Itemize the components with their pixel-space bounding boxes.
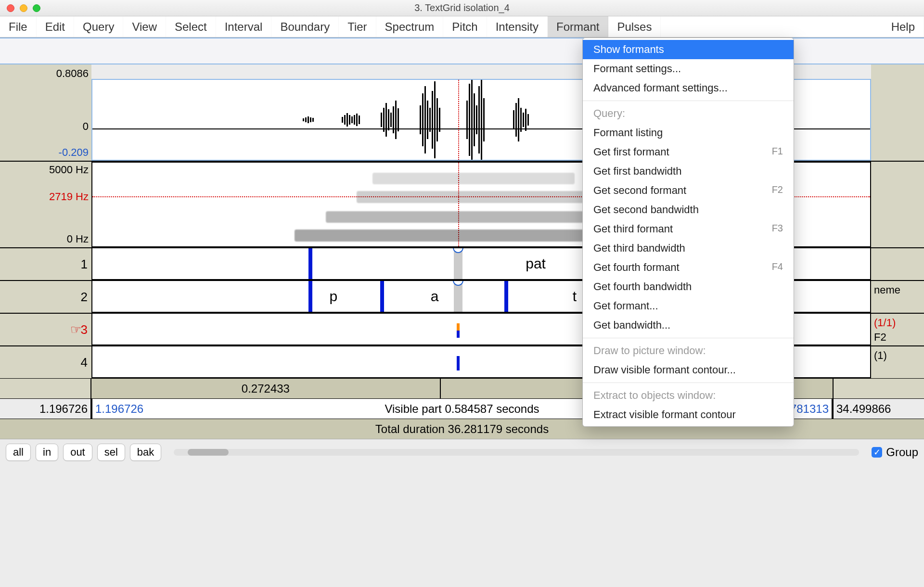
menuitem-show-formants[interactable]: Show formants — [583, 40, 794, 59]
window-title: 3. TextGrid isolation_4 — [0, 2, 924, 13]
vis-left-gray: 1.196726 — [0, 399, 91, 419]
horizontal-scrollbar[interactable] — [174, 449, 859, 456]
menuitem-get-third-formant[interactable]: Get third formantF3 — [583, 219, 794, 239]
menuitem-get-second-bandwidth[interactable]: Get second bandwidth — [583, 200, 794, 219]
amp-max-label: 0.8086 — [0, 67, 89, 80]
scrollbar-thumb[interactable] — [188, 449, 229, 456]
menuitem-draw-visible-formant-contour[interactable]: Draw visible formant contour... — [583, 360, 794, 380]
footer: allinoutselbak ✓ Group — [0, 439, 924, 465]
titlebar: 3. TextGrid isolation_4 — [0, 0, 924, 16]
amp-min-label: -0.209 — [0, 146, 89, 159]
menuitem-get-first-bandwidth[interactable]: Get first bandwidth — [583, 162, 794, 181]
amp-zero-label: 0 — [0, 120, 89, 133]
menu-view[interactable]: View — [123, 16, 166, 37]
menuitem-advanced-formant-settings[interactable]: Advanced formant settings... — [583, 78, 794, 98]
menu-query[interactable]: Query — [74, 16, 123, 37]
menuitem-get-second-formant[interactable]: Get second formantF2 — [583, 181, 794, 200]
menuitem-query: Query: — [583, 104, 794, 123]
group-checkbox[interactable]: ✓ Group — [872, 446, 918, 459]
menuitem-extract-visible-formant-contour[interactable]: Extract visible formant contour — [583, 405, 794, 424]
menu-formant[interactable]: Formant — [548, 16, 608, 37]
menu-help[interactable]: Help — [883, 16, 924, 37]
menu-intensity[interactable]: Intensity — [487, 16, 548, 37]
hz-max-label: 5000 Hz — [0, 164, 89, 176]
menu-select[interactable]: Select — [166, 16, 216, 37]
maximize-icon[interactable] — [33, 4, 40, 12]
menu-file[interactable]: File — [0, 16, 37, 37]
menuitem-extract-to-objects-window: Extract to objects window: — [583, 386, 794, 405]
tier-label: a — [431, 288, 439, 305]
pointing-hand-icon: ☞ — [70, 322, 81, 337]
check-icon: ✓ — [872, 447, 882, 458]
bak-button[interactable]: bak — [130, 444, 161, 461]
minimize-icon[interactable] — [20, 4, 27, 12]
menu-tier[interactable]: Tier — [339, 16, 376, 37]
menuitem-get-fourth-bandwidth[interactable]: Get fourth bandwidth — [583, 277, 794, 296]
menuitem-get-fourth-formant[interactable]: Get fourth formantF4 — [583, 258, 794, 277]
formant-menu-dropdown: Show formantsFormant settings...Advanced… — [582, 38, 794, 427]
menuitem-formant-listing[interactable]: Formant listing — [583, 123, 794, 142]
menu-pitch[interactable]: Pitch — [443, 16, 487, 37]
menuitem-get-first-formant[interactable]: Get first formantF1 — [583, 142, 794, 162]
close-icon[interactable] — [7, 4, 14, 12]
menuitem-formant-settings[interactable]: Formant settings... — [583, 59, 794, 78]
menuitem-get-third-bandwidth[interactable]: Get third bandwidth — [583, 239, 794, 258]
sel-button[interactable]: sel — [97, 444, 125, 461]
tier-label: p — [330, 288, 338, 305]
all-button[interactable]: all — [6, 444, 31, 461]
menu-pulses[interactable]: Pulses — [608, 16, 661, 37]
tier-label: pat — [526, 255, 546, 272]
menubar: FileEditQueryViewSelectIntervalBoundaryT… — [0, 16, 924, 38]
tier-label: t — [573, 288, 577, 305]
menuitem-draw-to-picture-window: Draw to picture window: — [583, 341, 794, 360]
hz-min-label: 0 Hz — [0, 233, 89, 245]
sel-left-dur: 0.272433 — [91, 379, 440, 398]
in-button[interactable]: in — [36, 444, 58, 461]
menu-edit[interactable]: Edit — [37, 16, 74, 37]
menu-boundary[interactable]: Boundary — [271, 16, 339, 37]
menu-spectrum[interactable]: Spectrum — [376, 16, 444, 37]
menuitem-get-bandwidth[interactable]: Get bandwidth... — [583, 316, 794, 335]
vis-right-gray: 34.499866 — [833, 399, 924, 419]
hz-cursor-label: 2719 Hz — [0, 191, 89, 203]
menuitem-get-formant[interactable]: Get formant... — [583, 296, 794, 316]
out-button[interactable]: out — [63, 444, 92, 461]
window-controls — [0, 4, 40, 12]
menu-interval[interactable]: Interval — [216, 16, 272, 37]
group-label: Group — [886, 446, 918, 459]
vis-left-blue: 1.196726 — [95, 402, 143, 416]
